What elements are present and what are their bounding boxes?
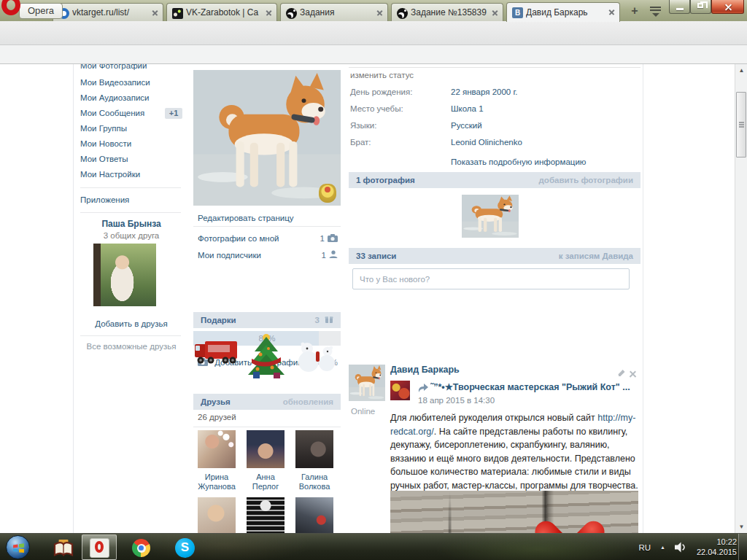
chrome-taskbar-icon[interactable] [132, 539, 150, 557]
status-composer-input[interactable] [352, 268, 630, 289]
tab-close-icon[interactable] [376, 9, 384, 17]
sidebar-item-videos[interactable]: Мои Видеозаписи [80, 75, 182, 90]
followers-row[interactable]: Мои подписчики 1 [198, 247, 338, 263]
repost-source-avatar[interactable] [390, 381, 410, 400]
bookmarks-bar: Интернет [0, 45, 747, 64]
friend-first-name[interactable]: Ирина [196, 472, 237, 482]
scroll-up-button[interactable] [735, 64, 747, 77]
add-friend-button[interactable]: Добавить в друзья [80, 319, 182, 328]
repost-source-title[interactable]: ˜”*•★Творческая мастерская "Рыжий Кот" .… [430, 381, 639, 392]
friend-photo[interactable] [247, 430, 285, 468]
friend-last-name[interactable]: Перлог [245, 482, 286, 491]
sidebar-item-apps[interactable]: Приложения [80, 192, 182, 208]
friends-header: Друзья обновления [193, 394, 341, 410]
tray-clock[interactable]: 10:22 22.04.2015 [697, 537, 737, 557]
minimize-button[interactable] [669, 0, 690, 14]
delete-post-icon[interactable] [629, 370, 637, 378]
friend-card[interactable]: Ирина Жупанова [196, 430, 237, 491]
scroll-down-button[interactable] [735, 521, 747, 533]
post-author-name[interactable]: Давид Баркарь [390, 365, 460, 375]
tab-vk-zarabotok[interactable]: VK-Zarabotok | Са [166, 3, 277, 21]
profile-photo[interactable] [193, 70, 341, 206]
gift-bears[interactable] [295, 332, 341, 379]
gifts-title[interactable]: Подарки [201, 316, 236, 324]
hidden-icons-arrow[interactable] [660, 545, 665, 550]
info-value-languages[interactable]: Русский [451, 121, 482, 130]
friend-first-name[interactable]: Галина [294, 472, 335, 482]
close-window-button[interactable] [711, 0, 744, 14]
photos-with-me-row[interactable]: Фотографии со мной 1 [198, 230, 338, 246]
skype-taskbar-icon[interactable]: S [175, 538, 195, 558]
start-button[interactable] [6, 535, 30, 559]
friend-card[interactable]: Анна Перлог [245, 430, 286, 491]
suggest-friend-name[interactable]: Паша Брынза [80, 219, 182, 229]
add-photos-action[interactable]: добавить фотографии [539, 172, 633, 188]
wall-all-posts-link[interactable]: к записям Давида [559, 248, 633, 264]
book-app-icon[interactable] [53, 540, 74, 557]
wall-section-title[interactable]: 33 записи [356, 252, 396, 260]
page-scrollbar[interactable] [735, 64, 747, 533]
tab-list-button[interactable] [648, 6, 664, 18]
friend-photo[interactable] [247, 497, 285, 533]
wall-section-header: 33 записи к записям Давида [349, 248, 640, 264]
sidebar-item-settings[interactable]: Мои Настройки [80, 167, 182, 182]
sidebar-item-photos[interactable]: Мои Фотографии [80, 64, 182, 74]
gift-truck[interactable] [193, 332, 239, 379]
friend-photo[interactable] [295, 497, 333, 533]
friend-last-name[interactable]: Волкова [294, 482, 335, 491]
opera-menu-button[interactable]: Opera [19, 3, 63, 19]
friend-first-name[interactable]: Анна [245, 472, 286, 482]
friend-photo[interactable] [295, 430, 333, 468]
sidebar-item-audio[interactable]: Мои Аудиозаписи [80, 90, 182, 106]
friend-photo[interactable] [198, 497, 236, 533]
all-possible-friends-link[interactable]: Все возможные друзья [80, 342, 182, 351]
scrollbar-thumb[interactable] [736, 92, 746, 158]
language-indicator[interactable]: RU [638, 543, 651, 552]
photo-sticker [319, 184, 336, 203]
tab-close-icon[interactable] [265, 9, 273, 17]
tray-date: 22.04.2015 [697, 548, 737, 558]
tab-vktarget-list[interactable]: vktarget.ru/list/ [53, 3, 163, 21]
new-tab-button[interactable] [626, 4, 643, 18]
change-status-link[interactable]: изменить статус [350, 71, 414, 79]
photo-thumbnail[interactable] [462, 195, 519, 238]
tab-title: Задания [300, 7, 373, 18]
friends-updates-link[interactable]: обновления [283, 394, 333, 410]
gift-tree[interactable] [244, 332, 290, 379]
friend-card[interactable] [245, 497, 286, 533]
info-value-birthday[interactable]: 22 января 2000 г. [451, 88, 517, 96]
post-date[interactable]: 18 апр 2015 в 14:30 [418, 396, 495, 405]
photos-with-me-link[interactable]: Фотографии со мной [198, 234, 279, 243]
opera-taskbar-button-active[interactable] [82, 534, 117, 560]
sidebar-item-news[interactable]: Мои Новости [80, 136, 182, 152]
tab-zadaniya[interactable]: Задания [280, 3, 388, 21]
friend-last-name[interactable]: Жупанова [196, 482, 237, 491]
post-author-avatar[interactable] [349, 365, 385, 401]
edit-post-icon[interactable] [617, 370, 625, 378]
tab-close-icon[interactable] [151, 9, 159, 17]
friends-title[interactable]: Друзья [201, 397, 231, 406]
show-details-link[interactable]: Показать подробную информацию [451, 158, 586, 166]
friend-card[interactable] [294, 497, 335, 533]
edit-page-link[interactable]: Редактировать страницу [198, 210, 338, 226]
volume-icon[interactable] [675, 542, 687, 553]
followers-link[interactable]: Мои подписчики [198, 251, 261, 260]
info-value-brother[interactable]: Leonid Olinichenko [451, 138, 522, 147]
friend-card[interactable]: Галина Волкова [294, 430, 335, 491]
photos-section-title[interactable]: 1 фотография [356, 176, 415, 184]
tab-close-icon[interactable] [608, 8, 616, 16]
info-label: Место учебы: [350, 104, 403, 113]
sidebar-item-groups[interactable]: Мои Группы [80, 121, 182, 136]
friend-card[interactable] [196, 497, 237, 533]
tab-close-icon[interactable] [491, 9, 499, 17]
friend-photo[interactable] [198, 430, 236, 468]
post-attachment-image[interactable]: my-redcat.org [390, 491, 638, 533]
restore-button[interactable] [690, 0, 711, 14]
windows-flag-icon [12, 542, 25, 553]
suggest-friend-photo[interactable] [93, 244, 156, 306]
tab-zadanie-135839[interactable]: Задание №135839 [391, 3, 503, 21]
sidebar-item-answers[interactable]: Мои Ответы [80, 152, 182, 167]
show-desktop-button[interactable] [738, 534, 747, 560]
info-value-school[interactable]: Школа 1 [451, 104, 484, 113]
tab-david-barkar-active[interactable]: В Давид Баркарь [506, 2, 620, 22]
